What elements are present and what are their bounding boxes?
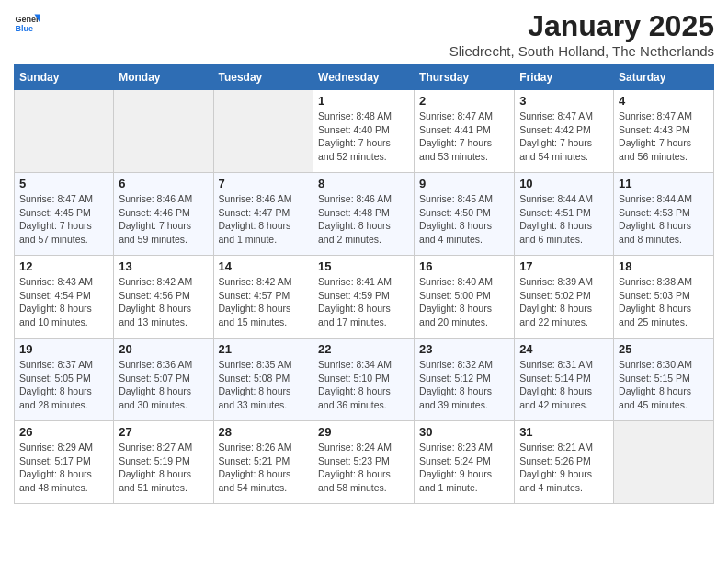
calendar-day — [614, 421, 714, 504]
day-number: 19 — [19, 342, 108, 356]
day-number: 27 — [119, 425, 208, 439]
day-info: Sunrise: 8:46 AMSunset: 4:48 PMDaylight:… — [318, 192, 409, 247]
day-info: Sunrise: 8:47 AMSunset: 4:42 PMDaylight:… — [519, 109, 609, 164]
day-info: Sunrise: 8:45 AMSunset: 4:50 PMDaylight:… — [419, 192, 509, 247]
day-info: Sunrise: 8:42 AMSunset: 4:57 PMDaylight:… — [219, 275, 309, 329]
day-info: Sunrise: 8:26 AMSunset: 5:21 PMDaylight:… — [219, 441, 309, 495]
day-number: 14 — [219, 259, 309, 273]
title-section: January 2025 Sliedrecht, South Holland, … — [449, 9, 714, 59]
day-info: Sunrise: 8:46 AMSunset: 4:47 PMDaylight:… — [219, 192, 309, 247]
calendar-day: 19Sunrise: 8:37 AMSunset: 5:05 PMDayligh… — [15, 339, 114, 421]
week-row-4: 19Sunrise: 8:37 AMSunset: 5:05 PMDayligh… — [15, 339, 714, 421]
day-header-saturday: Saturday — [614, 65, 714, 90]
calendar-day: 8Sunrise: 8:46 AMSunset: 4:48 PMDaylight… — [313, 173, 415, 256]
day-info: Sunrise: 8:37 AMSunset: 5:05 PMDaylight:… — [19, 358, 108, 412]
day-info: Sunrise: 8:29 AMSunset: 5:17 PMDaylight:… — [19, 441, 108, 495]
day-info: Sunrise: 8:39 AMSunset: 5:02 PMDaylight:… — [519, 275, 609, 329]
calendar-day: 9Sunrise: 8:45 AMSunset: 4:50 PMDaylight… — [415, 173, 515, 256]
day-info: Sunrise: 8:24 AMSunset: 5:23 PMDaylight:… — [318, 441, 409, 495]
day-header-monday: Monday — [114, 65, 213, 90]
day-number: 17 — [519, 259, 609, 273]
day-info: Sunrise: 8:21 AMSunset: 5:26 PMDaylight:… — [519, 441, 609, 495]
logo-icon: General Blue — [14, 9, 40, 35]
calendar-day: 21Sunrise: 8:35 AMSunset: 5:08 PMDayligh… — [213, 339, 313, 421]
calendar-day: 20Sunrise: 8:36 AMSunset: 5:07 PMDayligh… — [114, 339, 213, 421]
day-number: 18 — [619, 259, 709, 273]
day-info: Sunrise: 8:38 AMSunset: 5:03 PMDaylight:… — [619, 275, 709, 329]
day-header-thursday: Thursday — [415, 65, 515, 90]
day-number: 28 — [219, 425, 309, 439]
calendar-day: 2Sunrise: 8:47 AMSunset: 4:41 PMDaylight… — [415, 90, 515, 173]
day-number: 16 — [419, 259, 509, 273]
day-header-tuesday: Tuesday — [213, 65, 313, 90]
day-info: Sunrise: 8:48 AMSunset: 4:40 PMDaylight:… — [318, 109, 409, 164]
day-number: 9 — [419, 177, 509, 190]
day-info: Sunrise: 8:46 AMSunset: 4:46 PMDaylight:… — [119, 192, 208, 247]
calendar-day: 22Sunrise: 8:34 AMSunset: 5:10 PMDayligh… — [313, 339, 415, 421]
calendar-title: January 2025 — [449, 9, 714, 43]
calendar-day — [213, 90, 313, 173]
calendar-day — [114, 90, 213, 173]
day-header-friday: Friday — [515, 65, 614, 90]
day-info: Sunrise: 8:47 AMSunset: 4:41 PMDaylight:… — [419, 109, 509, 164]
day-info: Sunrise: 8:43 AMSunset: 4:54 PMDaylight:… — [19, 275, 108, 329]
days-header-row: SundayMondayTuesdayWednesdayThursdayFrid… — [15, 65, 714, 90]
calendar-day: 7Sunrise: 8:46 AMSunset: 4:47 PMDaylight… — [213, 173, 313, 256]
day-number: 7 — [219, 177, 309, 190]
day-number: 22 — [318, 342, 409, 356]
day-number: 23 — [419, 342, 509, 356]
day-number: 30 — [419, 425, 509, 439]
day-info: Sunrise: 8:47 AMSunset: 4:45 PMDaylight:… — [19, 192, 108, 247]
day-header-sunday: Sunday — [15, 65, 114, 90]
calendar-day: 3Sunrise: 8:47 AMSunset: 4:42 PMDaylight… — [515, 90, 614, 173]
day-number: 6 — [119, 177, 208, 190]
day-info: Sunrise: 8:47 AMSunset: 4:43 PMDaylight:… — [619, 109, 709, 164]
svg-text:Blue: Blue — [15, 24, 33, 33]
week-row-1: 1Sunrise: 8:48 AMSunset: 4:40 PMDaylight… — [15, 90, 714, 173]
calendar-day: 26Sunrise: 8:29 AMSunset: 5:17 PMDayligh… — [15, 421, 114, 504]
day-number: 20 — [119, 342, 208, 356]
calendar-day: 23Sunrise: 8:32 AMSunset: 5:12 PMDayligh… — [415, 339, 515, 421]
calendar-day: 14Sunrise: 8:42 AMSunset: 4:57 PMDayligh… — [213, 256, 313, 339]
day-info: Sunrise: 8:23 AMSunset: 5:24 PMDaylight:… — [419, 441, 509, 495]
week-row-3: 12Sunrise: 8:43 AMSunset: 4:54 PMDayligh… — [15, 256, 714, 339]
day-info: Sunrise: 8:36 AMSunset: 5:07 PMDaylight:… — [119, 358, 208, 412]
day-info: Sunrise: 8:35 AMSunset: 5:08 PMDaylight:… — [219, 358, 309, 412]
day-info: Sunrise: 8:40 AMSunset: 5:00 PMDaylight:… — [419, 275, 509, 329]
calendar-day: 29Sunrise: 8:24 AMSunset: 5:23 PMDayligh… — [313, 421, 415, 504]
calendar-day: 31Sunrise: 8:21 AMSunset: 5:26 PMDayligh… — [515, 421, 614, 504]
day-info: Sunrise: 8:41 AMSunset: 4:59 PMDaylight:… — [318, 275, 409, 329]
calendar-day: 18Sunrise: 8:38 AMSunset: 5:03 PMDayligh… — [614, 256, 714, 339]
calendar-day: 4Sunrise: 8:47 AMSunset: 4:43 PMDaylight… — [614, 90, 714, 173]
calendar-day — [15, 90, 114, 173]
day-number: 24 — [519, 342, 609, 356]
day-number: 13 — [119, 259, 208, 273]
calendar-day: 16Sunrise: 8:40 AMSunset: 5:00 PMDayligh… — [415, 256, 515, 339]
day-number: 2 — [419, 94, 509, 108]
calendar-day: 12Sunrise: 8:43 AMSunset: 4:54 PMDayligh… — [15, 256, 114, 339]
day-info: Sunrise: 8:42 AMSunset: 4:56 PMDaylight:… — [119, 275, 208, 329]
day-info: Sunrise: 8:30 AMSunset: 5:15 PMDaylight:… — [619, 358, 709, 412]
day-number: 3 — [519, 94, 609, 108]
calendar-day: 15Sunrise: 8:41 AMSunset: 4:59 PMDayligh… — [313, 256, 415, 339]
calendar-day: 24Sunrise: 8:31 AMSunset: 5:14 PMDayligh… — [515, 339, 614, 421]
day-number: 31 — [519, 425, 609, 439]
day-header-wednesday: Wednesday — [313, 65, 415, 90]
day-number: 25 — [619, 342, 709, 356]
day-number: 21 — [219, 342, 309, 356]
calendar-day: 17Sunrise: 8:39 AMSunset: 5:02 PMDayligh… — [515, 256, 614, 339]
day-info: Sunrise: 8:34 AMSunset: 5:10 PMDaylight:… — [318, 358, 409, 412]
day-number: 15 — [318, 259, 409, 273]
day-number: 10 — [519, 177, 609, 190]
day-info: Sunrise: 8:44 AMSunset: 4:51 PMDaylight:… — [519, 192, 609, 247]
calendar-day: 28Sunrise: 8:26 AMSunset: 5:21 PMDayligh… — [213, 421, 313, 504]
week-row-2: 5Sunrise: 8:47 AMSunset: 4:45 PMDaylight… — [15, 173, 714, 256]
calendar-day: 25Sunrise: 8:30 AMSunset: 5:15 PMDayligh… — [614, 339, 714, 421]
calendar-day: 10Sunrise: 8:44 AMSunset: 4:51 PMDayligh… — [515, 173, 614, 256]
calendar-day: 1Sunrise: 8:48 AMSunset: 4:40 PMDaylight… — [313, 90, 415, 173]
day-number: 11 — [619, 177, 709, 190]
day-number: 4 — [619, 94, 709, 108]
day-info: Sunrise: 8:27 AMSunset: 5:19 PMDaylight:… — [119, 441, 208, 495]
day-number: 12 — [19, 259, 108, 273]
day-number: 8 — [318, 177, 409, 190]
